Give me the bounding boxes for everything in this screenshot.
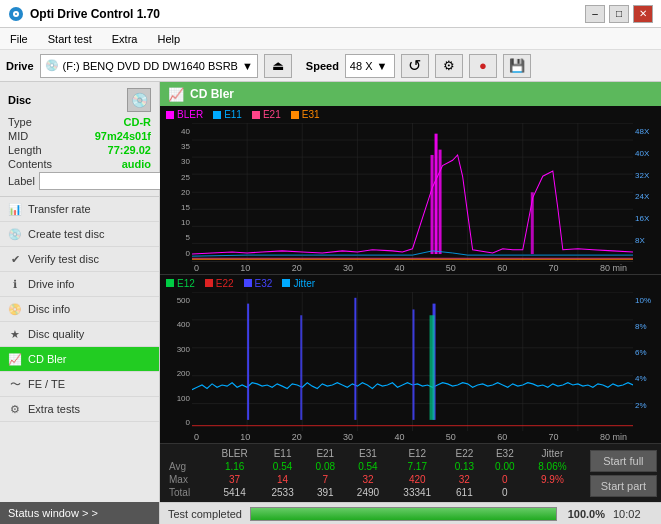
svg-point-2 xyxy=(15,13,17,15)
verify-test-disc-label: Verify test disc xyxy=(28,253,99,265)
bottom-y-axis-right: 10% 8% 6% 4% 2% xyxy=(633,292,661,432)
sidebar-item-transfer-rate[interactable]: 📊 Transfer rate xyxy=(0,197,159,222)
type-label: Type xyxy=(8,116,32,128)
col-header-e32: E32 xyxy=(485,447,525,460)
disc-info-label: Disc info xyxy=(28,303,70,315)
e12-label: E12 xyxy=(177,278,195,289)
disc-title: Disc xyxy=(8,94,31,106)
max-e32: 0 xyxy=(485,473,525,486)
legend-jitter: Jitter xyxy=(282,278,315,289)
sidebar-item-drive-info[interactable]: ℹ Drive info xyxy=(0,272,159,297)
e22-color xyxy=(205,279,213,287)
cd-bler-label: CD Bler xyxy=(28,353,67,365)
col-header-empty xyxy=(166,447,209,460)
max-e12: 420 xyxy=(390,473,444,486)
start-full-button[interactable]: Start full xyxy=(590,450,657,472)
top-y-axis-right: 48X 40X 32X 24X 16X 8X xyxy=(633,123,661,262)
e32-color xyxy=(244,279,252,287)
max-e21: 7 xyxy=(305,473,345,486)
disc-section: Disc 💿 Type CD-R MID 97m24s01f Length 77… xyxy=(0,82,159,197)
sidebar-item-disc-info[interactable]: 📀 Disc info xyxy=(0,297,159,322)
settings-button[interactable]: ⚙ xyxy=(435,54,463,78)
legend-e32: E32 xyxy=(244,278,273,289)
col-header-e31: E31 xyxy=(346,447,391,460)
col-header-e21: E21 xyxy=(305,447,345,460)
save-button[interactable]: 💾 xyxy=(503,54,531,78)
svg-rect-37 xyxy=(300,315,302,420)
max-e22: 32 xyxy=(444,473,484,486)
menu-help[interactable]: Help xyxy=(153,32,184,46)
label-input[interactable] xyxy=(39,172,172,190)
info-button[interactable]: ● xyxy=(469,54,497,78)
app-title: Opti Drive Control 1.70 xyxy=(30,7,160,21)
app-icon xyxy=(8,6,24,22)
stats-row-max: Max 37 14 7 32 420 32 0 9.9% xyxy=(166,473,580,486)
stats-area: BLER E11 E21 E31 E12 E22 E32 Jitter xyxy=(160,443,661,502)
sidebar-item-create-test-disc[interactable]: 💿 Create test disc xyxy=(0,222,159,247)
max-bler: 37 xyxy=(209,473,260,486)
dropdown-arrow-icon: ▼ xyxy=(242,60,253,72)
svg-rect-39 xyxy=(413,309,415,419)
sidebar-item-verify-test-disc[interactable]: ✔ Verify test disc xyxy=(0,247,159,272)
refresh-button[interactable]: ↺ xyxy=(401,54,429,78)
mid-label: MID xyxy=(8,130,28,142)
cd-bler-icon: 📈 xyxy=(8,352,22,366)
e11-color xyxy=(213,111,221,119)
sidebar-item-fe-te[interactable]: 〜 FE / TE xyxy=(0,372,159,397)
e21-color xyxy=(252,111,260,119)
chart-header: 📈 CD Bler xyxy=(160,82,661,106)
top-chart-inner xyxy=(192,123,633,262)
sidebar-item-disc-quality[interactable]: ★ Disc quality xyxy=(0,322,159,347)
e12-color xyxy=(166,279,174,287)
max-label: Max xyxy=(166,473,209,486)
bler-color xyxy=(166,111,174,119)
sidebar-item-cd-bler[interactable]: 📈 CD Bler xyxy=(0,347,159,372)
fe-te-icon: 〜 xyxy=(8,377,22,391)
total-e32: 0 xyxy=(485,486,525,499)
content-area: 📈 CD Bler BLER E11 E2 xyxy=(160,82,661,524)
close-button[interactable]: ✕ xyxy=(633,5,653,23)
svg-rect-21 xyxy=(439,150,442,254)
avg-e32: 0.00 xyxy=(485,460,525,473)
max-e31: 32 xyxy=(346,473,391,486)
disc-info-icon: 📀 xyxy=(8,302,22,316)
legend-bler: BLER xyxy=(166,109,203,120)
bottom-chart-inner xyxy=(192,292,633,432)
avg-label: Avg xyxy=(166,460,209,473)
minimize-button[interactable]: – xyxy=(585,5,605,23)
e31-color xyxy=(291,111,299,119)
max-e11: 14 xyxy=(260,473,305,486)
avg-e21: 0.08 xyxy=(305,460,345,473)
start-part-button[interactable]: Start part xyxy=(590,475,657,497)
e31-label: E31 xyxy=(302,109,320,120)
status-window-button[interactable]: Status window > > xyxy=(0,502,159,524)
transfer-rate-icon: 📊 xyxy=(8,202,22,216)
drive-select[interactable]: 💿 (F:) BENQ DVD DD DW1640 BSRB ▼ xyxy=(40,54,258,78)
jitter-label: Jitter xyxy=(293,278,315,289)
menu-extra[interactable]: Extra xyxy=(108,32,142,46)
total-e31: 2490 xyxy=(346,486,391,499)
top-legend: BLER E11 E21 E31 xyxy=(160,106,661,123)
menu-file[interactable]: File xyxy=(6,32,32,46)
maximize-button[interactable]: □ xyxy=(609,5,629,23)
svg-rect-38 xyxy=(354,297,356,419)
col-header-bler: BLER xyxy=(209,447,260,460)
menu-start-test[interactable]: Start test xyxy=(44,32,96,46)
eject-button[interactable]: ⏏ xyxy=(264,54,292,78)
drive-label: Drive xyxy=(6,60,34,72)
total-jitter xyxy=(525,486,580,499)
max-jitter: 9.9% xyxy=(525,473,580,486)
avg-e11: 0.54 xyxy=(260,460,305,473)
avg-e12: 7.17 xyxy=(390,460,444,473)
length-label: Length xyxy=(8,144,42,156)
svg-rect-20 xyxy=(435,134,438,254)
title-bar: Opti Drive Control 1.70 – □ ✕ xyxy=(0,0,661,28)
speed-select[interactable]: 48 X ▼ xyxy=(345,54,395,78)
create-test-disc-label: Create test disc xyxy=(28,228,104,240)
drive-info-icon: ℹ xyxy=(8,277,22,291)
jitter-color xyxy=(282,279,290,287)
speed-value: 48 X xyxy=(350,60,373,72)
sidebar-item-extra-tests[interactable]: ⚙ Extra tests xyxy=(0,397,159,422)
disc-image-icon: 💿 xyxy=(127,88,151,112)
extra-tests-icon: ⚙ xyxy=(8,402,22,416)
